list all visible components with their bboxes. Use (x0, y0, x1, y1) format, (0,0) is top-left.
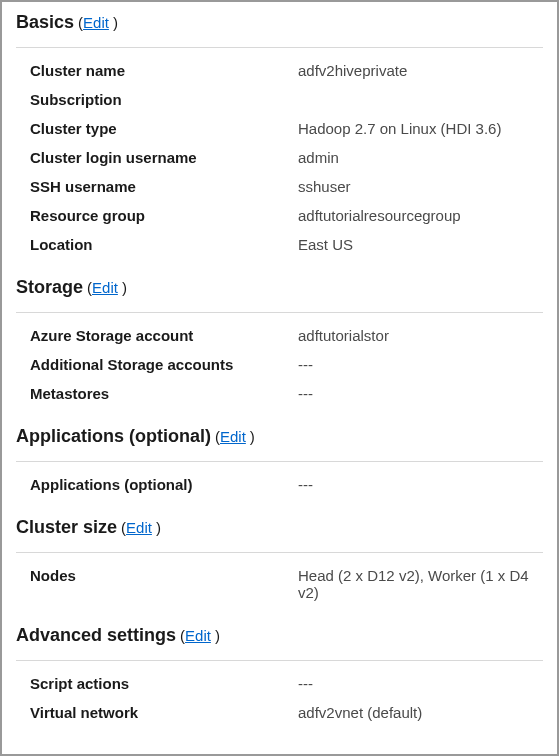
value-resource-group: adftutorialresourcegroup (298, 207, 461, 224)
value-virtual-network: adfv2vnet (default) (298, 704, 422, 721)
row-virtual-network: Virtual network adfv2vnet (default) (16, 698, 543, 727)
value-additional-storage: --- (298, 356, 313, 373)
row-location: Location East US (16, 230, 543, 259)
cluster-size-title: Cluster size (16, 517, 117, 538)
row-applications: Applications (optional) --- (16, 470, 543, 499)
value-nodes: Head (2 x D12 v2), Worker (1 x D4 v2) (298, 567, 543, 601)
row-resource-group: Resource group adftutorialresourcegroup (16, 201, 543, 230)
paren: ) (113, 14, 118, 31)
label-subscription: Subscription (30, 91, 298, 108)
advanced-section: Advanced settings ( Edit ) Script action… (16, 625, 543, 727)
applications-title: Applications (optional) (16, 426, 211, 447)
value-ssh: sshuser (298, 178, 351, 195)
label-cluster-name: Cluster name (30, 62, 298, 79)
row-additional-storage: Additional Storage accounts --- (16, 350, 543, 379)
cluster-size-header: Cluster size ( Edit ) (16, 517, 543, 544)
row-cluster-login: Cluster login username admin (16, 143, 543, 172)
advanced-edit-link[interactable]: Edit (185, 627, 211, 644)
paren: ) (215, 627, 220, 644)
label-cluster-login: Cluster login username (30, 149, 298, 166)
value-storage-account: adftutorialstor (298, 327, 389, 344)
paren: ) (250, 428, 255, 445)
label-applications: Applications (optional) (30, 476, 298, 493)
storage-edit-link[interactable]: Edit (92, 279, 118, 296)
label-ssh: SSH username (30, 178, 298, 195)
divider (16, 660, 543, 661)
label-resource-group: Resource group (30, 207, 298, 224)
advanced-title: Advanced settings (16, 625, 176, 646)
row-nodes: Nodes Head (2 x D12 v2), Worker (1 x D4 … (16, 561, 543, 607)
cluster-size-edit-link[interactable]: Edit (126, 519, 152, 536)
advanced-header: Advanced settings ( Edit ) (16, 625, 543, 652)
cluster-size-section: Cluster size ( Edit ) Nodes Head (2 x D1… (16, 517, 543, 607)
label-virtual-network: Virtual network (30, 704, 298, 721)
value-cluster-login: admin (298, 149, 339, 166)
value-cluster-name: adfv2hiveprivate (298, 62, 407, 79)
basics-header: Basics ( Edit ) (16, 12, 543, 39)
row-metastores: Metastores --- (16, 379, 543, 408)
divider (16, 47, 543, 48)
value-cluster-type: Hadoop 2.7 on Linux (HDI 3.6) (298, 120, 501, 137)
label-cluster-type: Cluster type (30, 120, 298, 137)
label-nodes: Nodes (30, 567, 298, 584)
divider (16, 552, 543, 553)
value-script-actions: --- (298, 675, 313, 692)
label-storage-account: Azure Storage account (30, 327, 298, 344)
paren: ) (122, 279, 127, 296)
paren: ) (156, 519, 161, 536)
label-metastores: Metastores (30, 385, 298, 402)
row-ssh: SSH username sshuser (16, 172, 543, 201)
divider (16, 461, 543, 462)
value-metastores: --- (298, 385, 313, 402)
storage-header: Storage ( Edit ) (16, 277, 543, 304)
basics-edit-link[interactable]: Edit (83, 14, 109, 31)
basics-section: Basics ( Edit ) Cluster name adfv2hivepr… (16, 12, 543, 259)
storage-title: Storage (16, 277, 83, 298)
basics-title: Basics (16, 12, 74, 33)
row-cluster-name: Cluster name adfv2hiveprivate (16, 56, 543, 85)
row-cluster-type: Cluster type Hadoop 2.7 on Linux (HDI 3.… (16, 114, 543, 143)
label-additional-storage: Additional Storage accounts (30, 356, 298, 373)
row-script-actions: Script actions --- (16, 669, 543, 698)
value-applications: --- (298, 476, 313, 493)
applications-header: Applications (optional) ( Edit ) (16, 426, 543, 453)
row-subscription: Subscription (16, 85, 543, 114)
label-location: Location (30, 236, 298, 253)
label-script-actions: Script actions (30, 675, 298, 692)
applications-section: Applications (optional) ( Edit ) Applica… (16, 426, 543, 499)
storage-section: Storage ( Edit ) Azure Storage account a… (16, 277, 543, 408)
value-location: East US (298, 236, 353, 253)
applications-edit-link[interactable]: Edit (220, 428, 246, 445)
row-storage-account: Azure Storage account adftutorialstor (16, 321, 543, 350)
divider (16, 312, 543, 313)
